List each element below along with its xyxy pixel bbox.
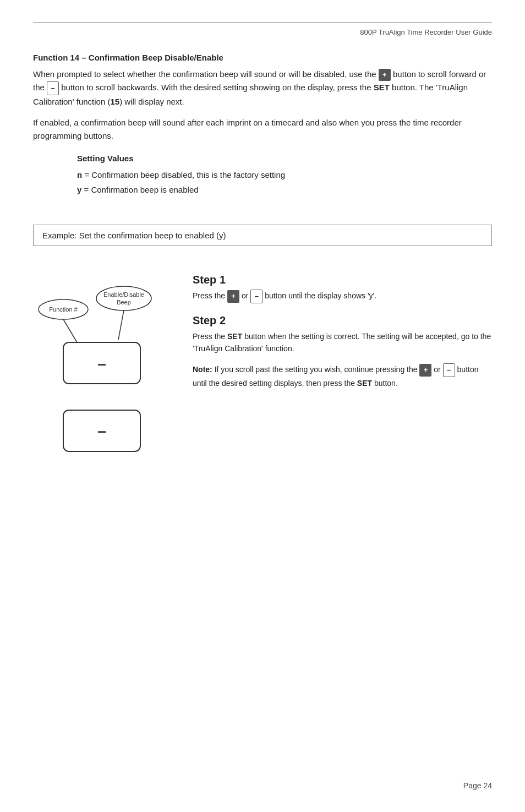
setting-values-title: Setting Values xyxy=(77,154,492,163)
example-box: Example: Set the confirmation beep to en… xyxy=(33,225,492,246)
step1-text: Press the + or – button until the displa… xyxy=(193,290,492,303)
setting-value-n: n = Confirmation beep disabled, this is … xyxy=(77,167,492,182)
step2-text: Press the SET button when the setting is… xyxy=(193,330,492,355)
svg-point-2 xyxy=(96,286,151,310)
svg-text:–: – xyxy=(97,355,106,372)
section-title: Function 14 – Confirmation Beep Disable/… xyxy=(33,53,492,62)
setting-value-y: y = Confirmation beep is enabled xyxy=(77,182,492,197)
header-title: 800P TruAlign Time Recorder User Guide xyxy=(360,28,492,36)
svg-text:–: – xyxy=(97,422,106,439)
step2-heading: Step 2 xyxy=(193,314,492,327)
step1-minus-btn: – xyxy=(250,290,262,303)
minus-button-inline: – xyxy=(47,81,59,95)
note-minus-btn: – xyxy=(443,363,455,377)
step1-plus-btn: + xyxy=(227,290,239,303)
note-text: Note: If you scroll past the setting you… xyxy=(193,363,492,389)
setting-values-section: Setting Values n = Confirmation beep dis… xyxy=(77,154,492,197)
page-footer: Page 24 xyxy=(463,781,492,790)
svg-rect-9 xyxy=(63,392,140,402)
svg-text:Beep: Beep xyxy=(117,299,131,306)
svg-line-5 xyxy=(63,319,77,342)
svg-line-6 xyxy=(118,310,124,340)
note-plus-btn: + xyxy=(419,364,431,377)
svg-text:Function #: Function # xyxy=(49,306,78,313)
diagram-right: Step 1 Press the + or – button until the… xyxy=(176,263,492,390)
svg-text:Enable/Disable: Enable/Disable xyxy=(103,291,144,298)
diagram-left: Function # Enable/Disable Beep – xyxy=(33,268,176,501)
recorder-diagram: Function # Enable/Disable Beep – xyxy=(33,268,171,499)
diagram-area: Function # Enable/Disable Beep – xyxy=(33,263,492,501)
example-label: Example: Set the confirmation beep to en… xyxy=(42,231,226,240)
intro-paragraph-2: If enabled, a confirmation beep will sou… xyxy=(33,116,492,143)
page-number: Page 24 xyxy=(463,781,492,790)
intro-paragraph-1: When prompted to select whether the conf… xyxy=(33,68,492,108)
step1-heading: Step 1 xyxy=(193,274,492,286)
page-header: 800P TruAlign Time Recorder User Guide xyxy=(33,22,492,36)
plus-button-inline: + xyxy=(379,69,391,81)
